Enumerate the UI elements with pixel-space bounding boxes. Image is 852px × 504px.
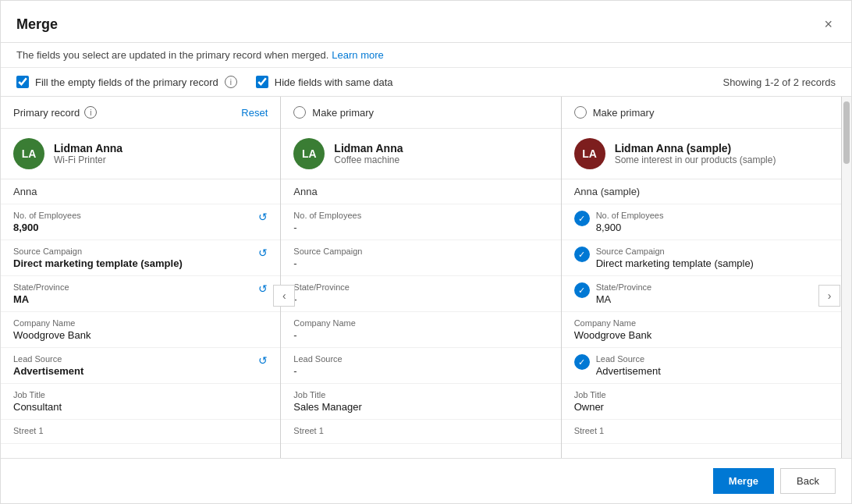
record3-record-subtitle: Some interest in our products (sample) [615, 154, 776, 165]
field-item: Lead Source Advertisement ↺ [1, 348, 280, 384]
showing-count: Showing 1-2 of 2 records [722, 76, 836, 88]
field-reset-icon[interactable]: ↺ [258, 282, 268, 295]
field-item: Job Title Consultant [1, 384, 280, 420]
field-item: State/Province - [281, 276, 560, 312]
dialog-footer: Merge Back [1, 458, 851, 503]
field-item: ✓ Lead Source Advertisement [562, 348, 841, 384]
record2-avatar: LA [293, 138, 325, 169]
record3-record-card: LA Lidman Anna (sample) Some interest in… [562, 129, 841, 179]
hide-same-option: Hide fields with same data [256, 76, 393, 88]
record3-column: Make primary LA Lidman Anna (sample) Som… [562, 97, 842, 458]
dialog-header: Merge × [1, 1, 851, 43]
primary-record-info-icon[interactable]: i [84, 106, 97, 119]
checked-icon: ✓ [574, 354, 590, 370]
close-button[interactable]: × [821, 13, 836, 36]
field-item: Job Title Owner [562, 384, 841, 420]
checked-icon: ✓ [574, 247, 590, 262]
nav-right-arrow[interactable]: › [818, 285, 840, 307]
record2-first-name: Anna [281, 179, 560, 204]
merge-button[interactable]: Merge [713, 468, 774, 494]
field-item: Lead Source - [281, 348, 560, 384]
record3-record-name: Lidman Anna (sample) [615, 142, 776, 154]
field-item: State/Province MA ↺ [1, 276, 280, 312]
field-item: ✓ No. of Employees 8,900 [562, 204, 841, 240]
record2-record-card: LA Lidman Anna Coffee machine [281, 129, 560, 179]
field-reset-icon[interactable]: ↺ [258, 211, 268, 223]
field-item: ✓ State/Province MA [562, 276, 841, 312]
columns-area: Primary record i Reset LA Lidman Anna Wi… [1, 97, 851, 458]
field-item: Street 1 [281, 420, 560, 444]
primary-column: Primary record i Reset LA Lidman Anna Wi… [1, 97, 281, 458]
checked-icon: ✓ [574, 211, 590, 226]
record3-avatar: LA [574, 138, 605, 169]
field-item: Company Name Woodgrove Bank [1, 312, 280, 348]
field-item: Job Title Sales Manager [281, 384, 560, 420]
learn-more-link[interactable]: Learn more [332, 49, 383, 61]
nav-left-arrow[interactable]: ‹ [273, 285, 295, 307]
field-item: Source Campaign - [281, 240, 560, 276]
fill-empty-label: Fill the empty fields of the primary rec… [35, 76, 218, 88]
field-item: Street 1 [562, 420, 841, 444]
make-primary-radio-3[interactable] [574, 106, 587, 119]
field-item: No. of Employees 8,900 ↺ [1, 204, 280, 240]
record3-record-info: Lidman Anna (sample) Some interest in ou… [615, 142, 776, 165]
scrollbar-thumb[interactable] [843, 101, 850, 164]
record2-record-info: Lidman Anna Coffee machine [334, 142, 403, 165]
dialog-subtitle: The fields you select are updated in the… [1, 43, 851, 68]
primary-column-header: Primary record i Reset [1, 97, 280, 129]
options-bar: Fill the empty fields of the primary rec… [1, 68, 851, 97]
record2-record-subtitle: Coffee machine [334, 154, 403, 165]
record2-record-name: Lidman Anna [334, 142, 403, 154]
fill-empty-info-icon[interactable]: i [225, 76, 237, 88]
hide-same-checkbox[interactable] [256, 76, 268, 88]
field-item: Source Campaign Direct marketing templat… [1, 240, 280, 276]
field-item: Company Name Woodgrove Bank [562, 312, 841, 348]
primary-record-card: LA Lidman Anna Wi-Fi Printer [1, 129, 280, 179]
dialog-title: Merge [16, 16, 58, 33]
field-item: Company Name - [281, 312, 560, 348]
primary-record-name: Lidman Anna [54, 142, 122, 154]
field-item: No. of Employees - [281, 204, 560, 240]
field-item: Street 1 [1, 420, 280, 444]
reset-button[interactable]: Reset [241, 107, 268, 119]
primary-record-subtitle: Wi-Fi Printer [54, 154, 122, 165]
fill-empty-option: Fill the empty fields of the primary rec… [16, 76, 237, 88]
primary-avatar: LA [13, 138, 44, 169]
hide-same-label: Hide fields with same data [275, 76, 393, 88]
record3-column-header: Make primary [562, 97, 841, 129]
merge-dialog: Merge × The fields you select are update… [0, 0, 852, 504]
scrollbar[interactable] [842, 97, 851, 458]
primary-first-name: Anna [1, 179, 280, 204]
record2-column: Make primary LA Lidman Anna Coffee machi… [281, 97, 561, 458]
primary-record-label: Primary record i [13, 106, 97, 119]
record2-column-header: Make primary [281, 97, 560, 129]
fill-empty-checkbox[interactable] [16, 76, 29, 88]
back-button[interactable]: Back [780, 468, 836, 494]
checked-icon: ✓ [574, 282, 590, 298]
record3-first-name: Anna (sample) [562, 179, 841, 204]
field-reset-icon[interactable]: ↺ [258, 354, 268, 367]
field-reset-icon[interactable]: ↺ [258, 247, 268, 259]
primary-record-info: Lidman Anna Wi-Fi Printer [54, 142, 122, 165]
make-primary-radio-2[interactable] [293, 106, 306, 119]
field-item: ✓ Source Campaign Direct marketing templ… [562, 240, 841, 276]
